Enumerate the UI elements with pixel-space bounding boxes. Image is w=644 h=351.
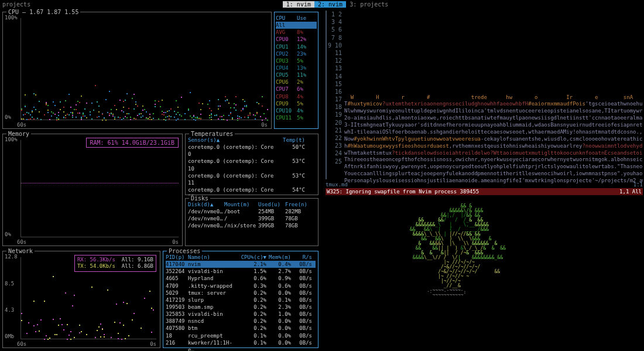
cpu-row-cpu2[interactable]: CPU223% — [276, 50, 317, 57]
process-row[interactable]: 388749nsncd0.2%0.0%0B/s — [166, 318, 316, 325]
temp-row[interactable]: coretemp.0 (coretemp): Core 1153°C — [188, 172, 316, 186]
temperatures-panel[interactable]: Temperatures Sensor(s)▲Temp(t)coretemp.0… — [185, 134, 318, 195]
cpu-row-cpu0[interactable]: CPU012% — [276, 36, 317, 43]
process-row[interactable]: 5029tmux: server0.2%0.0%0B/s — [166, 289, 316, 297]
process-row[interactable]: 18rcu_preempt0.1%0.0%0B/s — [166, 332, 316, 339]
process-row[interactable]: 325853vivaldi-bin0.2%1.0%0B/s — [166, 311, 316, 318]
cpu-row-avg[interactable]: AVG8% — [276, 29, 317, 36]
disk-row[interactable]: /dev/nvme0…/nix/store399GB78GB — [188, 222, 316, 229]
cpu-row-cpu1[interactable]: CPU114% — [276, 43, 317, 50]
tab-1[interactable]: 1: nvim — [283, 1, 314, 8]
disk-row[interactable]: /dev/nvme0…/399GB78GB — [188, 215, 316, 222]
cpu-row-cpu10[interactable]: CPU104% — [276, 107, 317, 114]
cpu-xleft: 60s — [17, 122, 26, 128]
cpu-chart-panel[interactable]: CPU — 1.67 1.87 1.55 100% 0% 60s 0s — [2, 12, 272, 129]
processes-panel[interactable]: Processes PID(p)Name(n)CPU%(c)▼Mem%(m)R/… — [163, 251, 318, 348]
session-name: projects — [0, 1, 30, 8]
cpu-row-cpu7[interactable]: CPU76% — [276, 86, 317, 93]
cpu-row-all[interactable]: All — [276, 22, 317, 29]
cpu-ymax: 100% — [5, 15, 18, 21]
process-row[interactable]: 417219slurp0.2%0.1%0B/s — [166, 297, 316, 304]
process-row[interactable]: 407580btm0.2%0.0%0B/s — [166, 325, 316, 332]
cpu-row-cpu3[interactable]: CPU35% — [276, 57, 317, 64]
tab-2-active[interactable]: 2: nvim — [314, 1, 346, 8]
process-row[interactable]: 417040nvim2.1%0.4%0B/s — [166, 261, 316, 268]
temps-label: Temperatures — [189, 131, 235, 137]
network-panel[interactable]: Network RX: 56.3Kb/s All: 9.1GB TX: 54.0… — [2, 251, 160, 348]
cpu-row-cpu9[interactable]: CPU95% — [276, 100, 317, 107]
cpu-row-cpu6[interactable]: CPU62% — [276, 79, 317, 86]
disks-panel[interactable]: Disks Disk(d)▲Mount(m)Used(u)Free(n)/dev… — [185, 198, 318, 246]
disk-row[interactable]: /dev/nvme0…/boot254MB282MB — [188, 208, 316, 215]
cpu-list-panel[interactable]: CPUUseAllAVG8%CPU012%CPU114%CPU223%CPU35… — [274, 12, 318, 129]
process-row[interactable]: 4709.kitty-wrapped0.3%0.6%0B/s — [166, 282, 316, 289]
tmux-status-bar: projects 1: nvim 2: nvim 3: projects — [0, 0, 644, 8]
nvim-buffer[interactable]: W H r # trede hw o Ir e snA m e i m T#hu… — [344, 11, 643, 185]
tab-3[interactable]: 3: projects — [346, 1, 392, 8]
cpu-row-cpu8[interactable]: CPU84% — [276, 93, 317, 100]
memory-chart-area — [20, 140, 179, 237]
nvim-line-numbers: 1 2 3 4 5 6 7 8 9 10 11 12 13 14 15 16 1… — [326, 11, 342, 165]
cpu-xright: 0s — [261, 122, 268, 128]
memory-panel[interactable]: Memory RAM: 61% 14.0GiB/23.1GiB 100% 0% … — [2, 134, 183, 246]
cpu-ymin: 0% — [5, 114, 11, 120]
nvim-filename: tmux.md 1:1 — [326, 182, 643, 188]
disks-label: Disks — [189, 195, 210, 202]
bonsai-ascii-art: && & &&&&&\/& &&& &&|,/ |/&& && && &&/ /… — [410, 199, 506, 298]
cpu-row-cpu4[interactable]: CPU413% — [276, 64, 317, 71]
process-row[interactable]: 199503beam.smp0.2%2.3%0B/s — [166, 304, 316, 311]
nvim-warning-bar: W325: Ignoring swapfile from Nvim proces… — [326, 188, 643, 195]
process-row[interactable]: 4665Hyprland0.6%0.9%0B/s — [166, 275, 316, 282]
cpu-row-cpu11[interactable]: CPU115% — [276, 114, 317, 121]
cpu-chart-area — [20, 18, 268, 120]
procs-label: Processes — [167, 248, 202, 254]
network-chart-area — [20, 257, 156, 339]
process-row[interactable]: 216kworker/11:1H-e…0.1%0.0%0B/s — [166, 339, 316, 351]
temp-row[interactable]: coretemp.0 (coretemp): Core 050°C — [188, 144, 316, 158]
temp-row[interactable]: coretemp.0 (coretemp): Core 1053°C — [188, 158, 316, 172]
process-row[interactable]: 352264vivaldi-bin1.5%2.7%0B/s — [166, 268, 316, 275]
cpu-row-cpu5[interactable]: CPU511% — [276, 71, 317, 79]
